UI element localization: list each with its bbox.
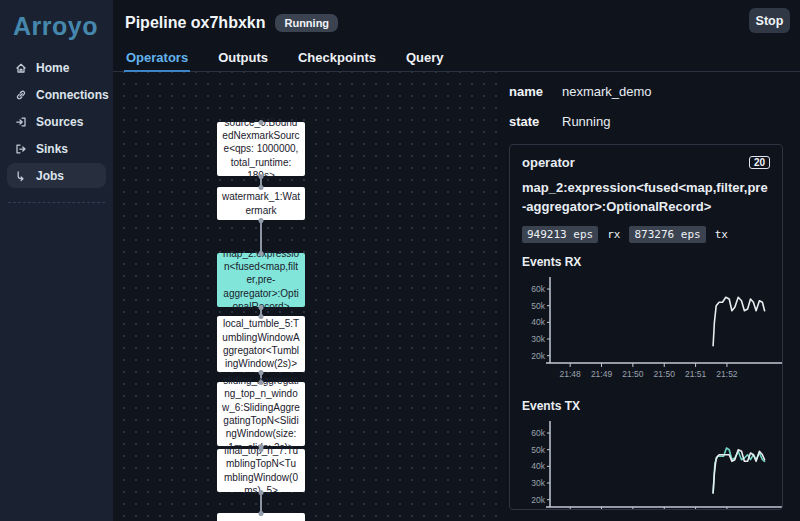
sidebar-item-home[interactable]: Home — [7, 55, 106, 80]
svg-text:30k: 30k — [531, 334, 545, 344]
events-rx-chart-title: Events RX — [522, 255, 770, 269]
tab-outputs[interactable]: Outputs — [216, 45, 270, 72]
events-tx-plot: 20k30k40k50k60k21:4821:4921:5021:5021:51… — [522, 415, 783, 510]
svg-text:20k: 20k — [531, 350, 545, 360]
home-icon — [15, 62, 27, 74]
name-label: name — [509, 84, 562, 99]
operator-parallelism-badge: 20 — [749, 156, 770, 169]
operator-card-title: operator — [522, 155, 575, 170]
svg-text:21:50: 21:50 — [622, 369, 644, 379]
arrow-out-of-bracket-icon — [15, 143, 27, 155]
state-row: state Running — [509, 114, 800, 129]
svg-text:20k: 20k — [531, 494, 545, 504]
sidebar-item-sources[interactable]: Sources — [7, 109, 106, 134]
events-tx-chart: 20k30k40k50k60k21:4821:4921:5021:5021:51… — [522, 415, 770, 510]
app-window: Arroyo HomeConnectionsSourcesSinksJobs P… — [0, 0, 800, 521]
rx-eps-badge: 949213 eps — [522, 226, 598, 243]
details-panel: name nexmark_demo state Running operator… — [497, 72, 800, 521]
svg-text:21:49: 21:49 — [591, 369, 613, 379]
svg-text:60k: 60k — [531, 284, 545, 294]
sidebar: Arroyo HomeConnectionsSourcesSinksJobs — [0, 0, 113, 521]
sidebar-item-label: Sinks — [36, 142, 68, 156]
sidebar-item-sinks[interactable]: Sinks — [7, 136, 106, 161]
svg-text:21:51: 21:51 — [685, 369, 707, 379]
operator-card-header: operator 20 — [522, 155, 770, 170]
pipeline-node[interactable]: map_2:expression<fused<map,filter,pre-ag… — [217, 253, 305, 307]
events-rx-plot: 20k30k40k50k60k21:4821:4921:5021:5021:51… — [522, 271, 783, 387]
tx-label: tx — [715, 228, 728, 241]
pipeline-node[interactable]: source_0:BoundedNexmarkSource<qps: 10000… — [217, 122, 305, 176]
svg-text:50k: 50k — [531, 444, 545, 454]
arrow-into-bracket-icon — [15, 116, 27, 128]
tab-operators[interactable]: Operators — [124, 45, 190, 72]
sidebar-item-label: Connections — [36, 88, 109, 102]
sidebar-item-jobs[interactable]: Jobs — [7, 163, 106, 188]
pipeline-node[interactable] — [217, 513, 305, 521]
svg-text:50k: 50k — [531, 300, 545, 310]
status-badge: Running — [275, 14, 338, 32]
tab-checkpoints[interactable]: Checkpoints — [296, 45, 378, 72]
tx-eps-badge: 873276 eps — [629, 226, 705, 243]
sidebar-divider — [8, 202, 105, 203]
pipeline-node[interactable]: watermark_1:Watermark — [217, 187, 305, 220]
state-value: Running — [562, 114, 610, 129]
events-rx-chart: 20k30k40k50k60k21:4821:4921:5021:5021:51… — [522, 271, 770, 387]
sidebar-nav: HomeConnectionsSourcesSinksJobs — [0, 55, 113, 188]
sidebar-item-label: Jobs — [36, 169, 64, 183]
state-label: state — [509, 114, 562, 129]
name-value: nexmark_demo — [562, 84, 652, 99]
sidebar-item-connections[interactable]: Connections — [7, 82, 106, 107]
branch-arrow-icon — [15, 170, 27, 182]
sidebar-item-label: Sources — [36, 115, 83, 129]
svg-text:21:50: 21:50 — [654, 369, 676, 379]
link-icon — [15, 89, 27, 101]
svg-text:40k: 40k — [531, 317, 545, 327]
svg-text:21:52: 21:52 — [716, 369, 738, 379]
arroyo-logo: Arroyo — [0, 0, 113, 41]
svg-text:60k: 60k — [531, 428, 545, 438]
svg-text:40k: 40k — [531, 461, 545, 471]
pipeline-node[interactable]: final_top_n_7:TumblingTopN<TumblingWindo… — [217, 449, 305, 492]
svg-text:21:48: 21:48 — [560, 369, 582, 379]
throughput-row: 949213 eps rx 873276 eps tx — [522, 226, 770, 243]
tab-bar: OperatorsOutputsCheckpointsQuery — [113, 45, 800, 72]
pipeline-node[interactable]: sliding_aggregating_top_n_window_6:Slidi… — [217, 382, 305, 446]
stop-button[interactable]: Stop — [749, 8, 790, 33]
pipeline-canvas[interactable]: source_0:BoundedNexmarkSource<qps: 10000… — [113, 72, 497, 521]
pipeline-node[interactable]: local_tumble_5:TumblingWindowAggregator<… — [217, 316, 305, 372]
operator-card: operator 20 map_2:expression<fused<map,f… — [509, 144, 783, 510]
header: Pipeline ox7hbxkn Running Stop — [113, 0, 800, 45]
events-tx-chart-title: Events TX — [522, 399, 770, 413]
sidebar-item-label: Home — [36, 61, 69, 75]
operator-description: map_2:expression<fused<map,filter,pre-ag… — [522, 179, 770, 217]
rx-label: rx — [607, 228, 620, 241]
svg-text:30k: 30k — [531, 478, 545, 488]
page-title: Pipeline ox7hbxkn — [125, 14, 265, 32]
name-row: name nexmark_demo — [509, 84, 800, 99]
tab-query[interactable]: Query — [404, 45, 446, 72]
